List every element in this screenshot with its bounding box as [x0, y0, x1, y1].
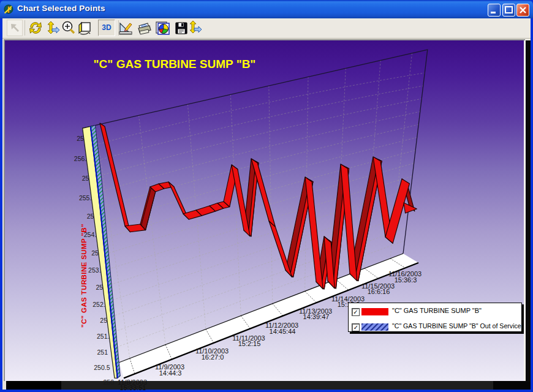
svg-text:250: 250: [103, 379, 114, 386]
svg-text:250.5: 250.5: [94, 364, 110, 371]
svg-text:16:6:16: 16:6:16: [368, 288, 390, 295]
svg-text:14:44:3: 14:44:3: [159, 369, 182, 377]
svg-text:14:45:44: 14:45:44: [270, 328, 296, 335]
svg-text:15:36:3: 15:36:3: [395, 276, 417, 284]
svg-text:15:33:51: 15:33:51: [120, 384, 146, 391]
svg-text:16:27:0: 16:27:0: [202, 353, 224, 361]
svg-text:"C" GAS TURBINE SUMP "B": "C" GAS TURBINE SUMP "B": [94, 58, 256, 70]
svg-text:251: 251: [97, 349, 108, 356]
svg-text:15:2:15: 15:2:15: [238, 340, 261, 347]
svg-text:14:39:47: 14:39:47: [303, 313, 330, 320]
svg-text:"C" GAS TURBINE SUMP "B": "C" GAS TURBINE SUMP "B": [80, 224, 88, 328]
